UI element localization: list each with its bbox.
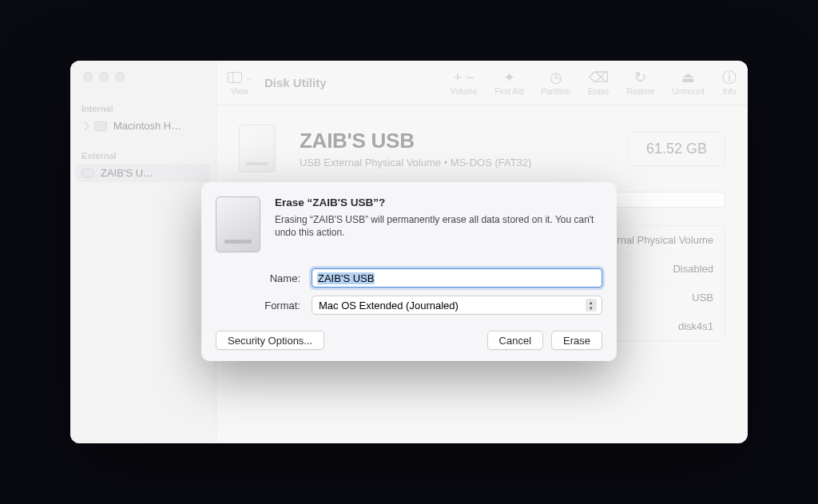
toolbar-view-control[interactable]: ⌄ View — [228, 69, 252, 96]
sidebar-section-internal: Internal — [70, 101, 216, 117]
sidebar-item-label: ZAIB'S U… — [101, 167, 153, 179]
dialog-title: Erase “ZAIB'S USB”? — [275, 196, 602, 208]
window-title: Disk Utility — [264, 76, 327, 89]
toolbar: ⌄ View Disk Utility + −Volume ✦First Aid… — [216, 61, 748, 105]
hdd-icon — [94, 121, 107, 131]
volume-size-badge: 61.52 GB — [628, 132, 725, 166]
volume-header: ZAIB'S USB USB External Physical Volume … — [216, 105, 748, 192]
pie-icon: ◷ — [550, 69, 562, 85]
toolbar-restore[interactable]: ↻Restore — [626, 69, 654, 96]
name-input[interactable]: ZAIB'S USB — [312, 268, 602, 288]
restore-icon: ↻ — [634, 69, 646, 85]
name-input-value: ZAIB'S USB — [317, 272, 375, 284]
close-dot[interactable] — [83, 72, 93, 81]
toolbar-first-aid[interactable]: ✦First Aid — [494, 69, 523, 96]
sidebar-item-internal-disk[interactable]: Macintosh H… — [70, 117, 216, 135]
traffic-lights[interactable] — [70, 72, 216, 81]
disk-utility-window: Internal Macintosh H… External ZAIB'S U…… — [70, 61, 748, 443]
external-drive-dialog-icon — [216, 196, 260, 252]
sidebar-view-icon — [228, 72, 242, 83]
format-select[interactable]: Mac OS Extended (Journaled) ▴▾ — [312, 296, 602, 315]
volume-name: ZAIB'S USB — [300, 129, 531, 153]
sidebar-item-external-disk[interactable]: ZAIB'S U… — [75, 164, 211, 182]
updown-arrows-icon: ▴▾ — [586, 299, 597, 312]
cancel-button[interactable]: Cancel — [487, 331, 543, 350]
erase-icon: ⌫ — [589, 69, 609, 85]
zoom-dot[interactable] — [115, 72, 125, 81]
toolbar-volume[interactable]: + −Volume — [451, 69, 477, 96]
erase-dialog: Erase “ZAIB'S USB”? Erasing “ZAIB'S USB”… — [201, 182, 617, 361]
toolbar-erase[interactable]: ⌫Erase — [588, 69, 609, 96]
format-label: Format: — [216, 300, 304, 312]
external-drive-large-icon — [239, 125, 276, 173]
name-label: Name: — [216, 272, 304, 284]
toolbar-partition[interactable]: ◷Partition — [542, 69, 571, 96]
toolbar-info[interactable]: ⓘInfo — [722, 69, 737, 96]
info-icon: ⓘ — [722, 69, 737, 85]
erase-button[interactable]: Erase — [551, 331, 602, 350]
plus-minus-icon: + − — [454, 69, 475, 85]
format-select-value: Mac OS Extended (Journaled) — [319, 300, 459, 312]
toolbar-unmount[interactable]: ⏏Unmount — [672, 69, 705, 96]
external-drive-icon — [81, 169, 94, 178]
chevron-right-icon — [80, 121, 89, 130]
eject-icon: ⏏ — [681, 69, 695, 85]
stethoscope-icon: ✦ — [503, 69, 515, 85]
sidebar: Internal Macintosh H… External ZAIB'S U… — [70, 61, 216, 443]
volume-subtitle: USB External Physical Volume • MS-DOS (F… — [300, 157, 531, 169]
security-options-button[interactable]: Security Options... — [216, 331, 324, 350]
dialog-description: Erasing “ZAIB'S USB” will permanently er… — [275, 213, 602, 239]
sidebar-item-label: Macintosh H… — [113, 120, 181, 132]
minimize-dot[interactable] — [99, 72, 109, 81]
sidebar-section-external: External — [70, 148, 216, 164]
